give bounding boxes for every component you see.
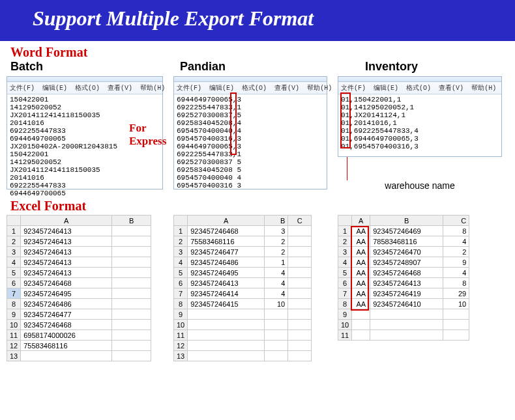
row-header[interactable]: 5	[7, 268, 21, 278]
table-row[interactable]: 39234572464772	[174, 247, 312, 257]
row-header[interactable]: 8	[7, 299, 21, 309]
cell[interactable]	[288, 341, 312, 351]
excel-pandian[interactable]: A B C 1923457246468327558346811623923457…	[173, 215, 312, 361]
menu-file[interactable]: 文件(F)	[341, 85, 366, 92]
cell[interactable]: AA	[352, 236, 370, 247]
cell[interactable]	[112, 288, 151, 299]
cell[interactable]: 9	[443, 257, 469, 268]
cell[interactable]: AA	[352, 247, 370, 257]
table-row[interactable]: 13	[174, 351, 312, 361]
table-row[interactable]: 19234572464683	[174, 226, 312, 236]
cell[interactable]	[288, 330, 312, 341]
cell[interactable]: AA	[352, 299, 370, 309]
cell[interactable]	[112, 320, 151, 330]
cell[interactable]	[265, 351, 288, 361]
cell[interactable]: 29	[443, 288, 469, 299]
cell[interactable]	[352, 330, 370, 341]
cell[interactable]: AA	[352, 226, 370, 236]
notepad-menu[interactable]: 文件(F) 编辑(E) 格式(O) 查看(V) 帮助(H)	[338, 82, 501, 94]
table-row[interactable]: 49234572464861	[174, 257, 312, 268]
table-row[interactable]: 11	[338, 330, 469, 341]
cell[interactable]: 75583468116	[188, 236, 265, 247]
col-header-b[interactable]: B	[112, 216, 151, 226]
table-row[interactable]: 7AA92345724641929	[338, 288, 469, 299]
row-header[interactable]: 5	[338, 268, 352, 278]
table-row[interactable]: 8AA92345724641010	[338, 299, 469, 309]
cell[interactable]	[288, 320, 312, 330]
cell[interactable]: 2	[265, 236, 288, 247]
cell[interactable]	[288, 299, 312, 309]
cell[interactable]: AA	[352, 278, 370, 288]
cell[interactable]	[265, 320, 288, 330]
cell[interactable]	[370, 320, 443, 330]
table-row[interactable]: 4AA9234572489079	[338, 257, 469, 268]
cell[interactable]	[370, 330, 443, 341]
cell[interactable]: 923457246468	[370, 268, 443, 278]
notepad-pandian-body[interactable]: 6944649700065,3 6922255447833,1 69252703…	[174, 94, 327, 192]
row-header[interactable]: 1	[338, 226, 352, 236]
cell[interactable]	[112, 299, 151, 309]
cell[interactable]	[188, 320, 265, 330]
cell[interactable]: 10	[265, 299, 288, 309]
cell[interactable]: 75583468116	[21, 341, 112, 351]
menu-help[interactable]: 帮助(H)	[471, 85, 496, 92]
menu-edit[interactable]: 编辑(E)	[209, 85, 234, 92]
cell[interactable]: 923457246470	[370, 247, 443, 257]
cell[interactable]: 923457246413	[21, 268, 112, 278]
row-header[interactable]: 7	[7, 288, 21, 299]
menu-format[interactable]: 格式(O)	[242, 85, 267, 92]
cell[interactable]: 2	[265, 247, 288, 257]
table-row[interactable]: 13	[7, 351, 151, 361]
table-row[interactable]: 5923457246413	[7, 268, 151, 278]
table-row[interactable]: 59234572464954	[174, 268, 312, 278]
cell[interactable]	[288, 226, 312, 236]
cell[interactable]: 4	[443, 268, 469, 278]
table-row[interactable]: 116958174000026	[7, 330, 151, 341]
cell[interactable]	[288, 288, 312, 299]
table-row[interactable]: 892345724641510	[174, 299, 312, 309]
cell[interactable]: 10	[443, 299, 469, 309]
row-header[interactable]: 11	[174, 330, 188, 341]
cell[interactable]	[288, 278, 312, 288]
col-header-a[interactable]: A	[352, 216, 370, 226]
cell[interactable]: 8	[443, 278, 469, 288]
table-row[interactable]: 1275583468116	[7, 341, 151, 351]
cell[interactable]: 6958174000026	[21, 330, 112, 341]
cell[interactable]: 923457246413	[370, 278, 443, 288]
table-row[interactable]: 11	[174, 330, 312, 341]
cell[interactable]: 923457246486	[188, 257, 265, 268]
col-header-a[interactable]: A	[21, 216, 112, 226]
cell[interactable]: 923457246477	[21, 309, 112, 320]
row-header[interactable]: 2	[338, 236, 352, 247]
cell[interactable]	[112, 351, 151, 361]
cell[interactable]: 923457246468	[21, 320, 112, 330]
table-row[interactable]: 2AA785834681164	[338, 236, 469, 247]
table-row[interactable]: 1923457246413	[7, 226, 151, 236]
cell[interactable]: 923457248907	[370, 257, 443, 268]
cell[interactable]: 78583468116	[370, 236, 443, 247]
cell[interactable]	[352, 309, 370, 320]
row-header[interactable]: 10	[174, 320, 188, 330]
table-row[interactable]: 6AA9234572464138	[338, 278, 469, 288]
table-row[interactable]: 3923457246413	[7, 247, 151, 257]
row-header[interactable]: 7	[174, 288, 188, 299]
cell[interactable]	[265, 309, 288, 320]
col-header-c[interactable]: C	[443, 216, 469, 226]
table-row[interactable]: 5AA9234572464684	[338, 268, 469, 278]
row-header[interactable]: 2	[7, 236, 21, 247]
cell[interactable]: 923457246486	[21, 299, 112, 309]
row-header[interactable]: 12	[7, 341, 21, 351]
table-row[interactable]: 69234572464134	[174, 278, 312, 288]
row-header[interactable]: 8	[174, 299, 188, 309]
cell[interactable]	[112, 226, 151, 236]
cell[interactable]: 4	[443, 236, 469, 247]
cell[interactable]: AA	[352, 268, 370, 278]
cell[interactable]	[188, 330, 265, 341]
table-row[interactable]: 9	[174, 309, 312, 320]
cell[interactable]	[288, 351, 312, 361]
cell[interactable]	[443, 330, 469, 341]
row-header[interactable]: 7	[338, 288, 352, 299]
excel-batch[interactable]: A B 192345724641329234572464133923457246…	[7, 215, 151, 361]
corner-cell[interactable]	[7, 216, 21, 226]
table-row[interactable]: 10	[174, 320, 312, 330]
